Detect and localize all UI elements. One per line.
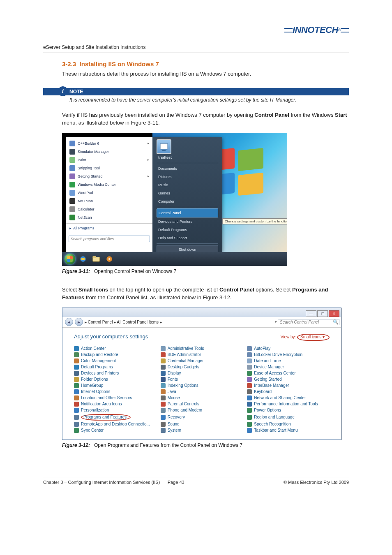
- cp-item[interactable]: Performance Information and Tools: [247, 402, 330, 407]
- start-app-item[interactable]: Paint▸: [66, 156, 152, 164]
- cp-item[interactable]: Personalization: [74, 408, 157, 413]
- cp-item[interactable]: Color Management: [74, 358, 157, 363]
- cp-item[interactable]: Folder Options: [74, 377, 157, 382]
- taskbar-explorer-icon[interactable]: [91, 254, 101, 264]
- start-right-item[interactable]: Help and Support: [157, 234, 218, 242]
- cp-item[interactable]: Network and Sharing Center: [247, 395, 330, 400]
- cp-item[interactable]: Sound: [161, 422, 243, 427]
- max-button[interactable]: ▢: [317, 310, 328, 317]
- cp-item-icon: [74, 428, 79, 433]
- start-app-item[interactable]: NetScan: [66, 213, 152, 222]
- app-icon: [69, 149, 75, 155]
- cp-item[interactable]: Devices and Printers: [74, 371, 157, 376]
- cp-item[interactable]: BDE Administrator: [161, 352, 243, 357]
- page-footer: Chapter 3 – Configuring Internet Informa…: [43, 477, 349, 485]
- cp-item[interactable]: Sync Center: [74, 428, 157, 433]
- cp-item[interactable]: System: [161, 428, 243, 433]
- fig311-label: Figure 3-11:: [62, 268, 90, 274]
- min-button[interactable]: —: [306, 310, 316, 317]
- search-icon[interactable]: 🔍: [333, 319, 339, 325]
- cp-item[interactable]: Programs and Features: [74, 414, 157, 421]
- cp-item[interactable]: InterBase Manager: [247, 383, 330, 388]
- app-label: Windows Media Center: [78, 183, 116, 187]
- cp-item-label: RemoteApp and Desktop Connectio...: [81, 422, 150, 426]
- cp-item[interactable]: Recovery: [161, 414, 243, 421]
- taskbar-ie-icon[interactable]: [78, 254, 88, 264]
- cp-item[interactable]: RemoteApp and Desktop Connectio...: [74, 422, 157, 427]
- start-right-item[interactable]: Music: [157, 181, 218, 189]
- start-app-item[interactable]: Calculator: [66, 205, 152, 213]
- view-by-value[interactable]: Small icons ▾: [297, 334, 330, 341]
- cp-item[interactable]: Keyboard: [247, 389, 330, 394]
- start-app-item[interactable]: Getting Started▸: [66, 172, 152, 180]
- taskbar-wmp-icon[interactable]: [104, 254, 115, 264]
- app-label: Snipping Tool: [78, 166, 100, 170]
- cp-item[interactable]: Default Programs: [74, 365, 157, 370]
- cp-item[interactable]: Java: [161, 389, 243, 394]
- cp-item-icon: [74, 408, 79, 413]
- cp-item-icon: [247, 402, 252, 407]
- close-button[interactable]: ✕: [329, 310, 339, 317]
- cp-item[interactable]: BitLocker Drive Encryption: [247, 352, 330, 357]
- cp-item-label: Notification Area Icons: [81, 402, 122, 406]
- cp-item-label: Sync Center: [81, 428, 104, 432]
- start-app-item[interactable]: Simulator Manager: [66, 148, 152, 156]
- cp-item[interactable]: Administrative Tools: [161, 346, 243, 351]
- start-search-input[interactable]: [69, 236, 150, 242]
- start-button[interactable]: [65, 254, 75, 264]
- cp-item[interactable]: Location and Other Sensors: [74, 395, 157, 400]
- cp-item[interactable]: Fonts: [161, 377, 243, 382]
- start-user-name[interactable]: trsdtest: [157, 153, 218, 162]
- cp-item[interactable]: Indexing Options: [161, 383, 243, 388]
- cp-item[interactable]: Region and Language: [247, 414, 330, 421]
- start-right-item[interactable]: Documents: [157, 164, 218, 173]
- cp-item[interactable]: Getting Started: [247, 377, 330, 382]
- cp-item-icon: [74, 389, 79, 394]
- cp-item-label: Region and Language: [254, 415, 294, 419]
- cp-item-label: System: [168, 428, 181, 432]
- cp-item-icon: [74, 371, 79, 376]
- app-icon: [69, 173, 75, 179]
- start-right-item[interactable]: Devices and Printers: [157, 217, 218, 226]
- cp-item[interactable]: Credential Manager: [161, 358, 243, 363]
- start-app-item[interactable]: WordPad: [66, 189, 152, 197]
- start-right-item[interactable]: Default Programs: [157, 226, 218, 234]
- start-right-item[interactable]: Computer: [157, 197, 218, 206]
- cp-item[interactable]: Parental Controls: [161, 402, 243, 407]
- start-app-item[interactable]: Snipping Tool: [66, 164, 152, 172]
- start-app-item[interactable]: Windows Media Center: [66, 180, 152, 189]
- cp-item[interactable]: Backup and Restore: [74, 352, 157, 357]
- cp-item-label: Getting Started: [254, 377, 281, 382]
- app-icon: [69, 215, 75, 220]
- cp-item[interactable]: Mouse: [161, 395, 243, 400]
- start-app-item[interactable]: MAXMon: [66, 197, 152, 205]
- cp-item[interactable]: Taskbar and Start Menu: [247, 428, 330, 433]
- cp-item[interactable]: Power Options: [247, 408, 330, 413]
- cp-item-icon: [247, 352, 252, 357]
- cp-item[interactable]: Device Manager: [247, 365, 330, 370]
- cp-item[interactable]: Internet Options: [74, 389, 157, 394]
- start-right-item[interactable]: Pictures: [157, 173, 218, 181]
- start-app-item[interactable]: C++Builder 6▸: [66, 139, 152, 148]
- cp-item[interactable]: Date and Time: [247, 358, 330, 363]
- cp-item[interactable]: Action Center: [74, 346, 157, 351]
- app-label: NetScan: [78, 215, 92, 220]
- cp-item-icon: [74, 402, 79, 407]
- app-label: Simulator Manager: [78, 150, 109, 154]
- cp-item[interactable]: Speech Recognition: [247, 422, 330, 427]
- cp-item[interactable]: AutoPlay: [247, 346, 330, 351]
- cp-search-input[interactable]: [278, 319, 339, 325]
- nav-back-icon[interactable]: ◄: [65, 318, 73, 326]
- start-control-panel[interactable]: Control Panel: [157, 208, 218, 217]
- all-programs-link[interactable]: ▸All Programs: [66, 223, 152, 233]
- cp-item[interactable]: Notification Area Icons: [74, 402, 157, 407]
- cp-item[interactable]: Display: [161, 371, 243, 376]
- cp-item[interactable]: HomeGroup: [74, 383, 157, 388]
- start-right-item[interactable]: Games: [157, 189, 218, 197]
- cp-item[interactable]: Desktop Gadgets: [161, 365, 243, 370]
- nav-fwd-icon[interactable]: ►: [75, 318, 83, 326]
- cp-item[interactable]: Phone and Modem: [161, 408, 243, 413]
- app-label: Getting Started: [78, 174, 103, 178]
- cp-item[interactable]: Ease of Access Center: [247, 371, 330, 376]
- breadcrumb[interactable]: ▸ Control Panel ▸ All Control Panel Item…: [85, 320, 162, 324]
